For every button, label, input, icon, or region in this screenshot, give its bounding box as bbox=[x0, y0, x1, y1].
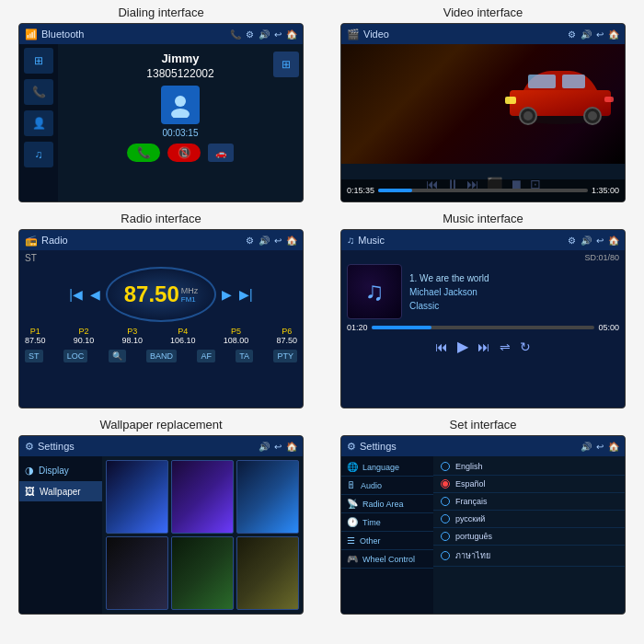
music-progress-bg[interactable] bbox=[372, 326, 595, 329]
contact-avatar bbox=[161, 86, 200, 124]
radio-russian[interactable] bbox=[441, 514, 450, 523]
set-item-time[interactable]: 🕐 Time bbox=[341, 513, 433, 532]
set-item-radio[interactable]: 📡 Radio Area bbox=[341, 495, 433, 513]
settings-wallpaper-item[interactable]: 🖼 Wallpaper bbox=[19, 481, 102, 501]
music-note-icon: ♫ bbox=[365, 277, 385, 306]
preset-2[interactable]: P2 90.10 bbox=[74, 327, 95, 345]
music-artist: Michael Jackson bbox=[409, 287, 489, 297]
home-icon-v[interactable]: 🏠 bbox=[608, 29, 619, 40]
topbar-dialing: 📶 Bluetooth 📞 ⚙ 🔊 ↩ 🏠 bbox=[19, 24, 303, 44]
radio-thai[interactable] bbox=[441, 551, 450, 560]
source-dialing: Bluetooth bbox=[41, 29, 226, 40]
back-icon-s[interactable]: ↩ bbox=[596, 442, 604, 452]
radio-icon: 📻 bbox=[25, 235, 38, 247]
volume-icon-s[interactable]: 🔊 bbox=[581, 442, 592, 452]
wallpaper-thumb-6[interactable] bbox=[236, 536, 299, 610]
radio-english[interactable] bbox=[441, 462, 450, 471]
option-english[interactable]: English bbox=[433, 458, 625, 476]
set-item-audio[interactable]: 🎚 Audio bbox=[341, 477, 433, 495]
radio-espanol[interactable] bbox=[441, 479, 450, 489]
settings-icon[interactable]: ⚙ bbox=[246, 29, 254, 40]
bluetooth-icon: 📶 bbox=[25, 29, 38, 40]
music-shuffle-btn[interactable]: ⇌ bbox=[500, 339, 511, 354]
display-icon: ◑ bbox=[25, 465, 34, 477]
radio-buttons: ST LOC 🔍 BAND AF TA PTY bbox=[25, 350, 297, 362]
radio-area-icon: 📡 bbox=[347, 499, 358, 509]
music-next-btn[interactable]: ⏭ bbox=[477, 339, 490, 354]
settings-icon-m[interactable]: ⚙ bbox=[568, 236, 576, 246]
radio-portuguese[interactable] bbox=[441, 532, 450, 541]
dial-body: ⊞ 📞 👤 ♫ Jimmy 13805122002 00:03:15 bbox=[19, 44, 303, 201]
music-play-btn[interactable]: ▶ bbox=[457, 338, 468, 355]
radio-next-far[interactable]: ▶| bbox=[237, 287, 255, 302]
volume-icon-m[interactable]: 🔊 bbox=[581, 236, 592, 246]
settings-display-item[interactable]: ◑ Display bbox=[19, 460, 102, 481]
settings-icon-r[interactable]: ⚙ bbox=[246, 236, 254, 246]
radio-btn-af[interactable]: AF bbox=[197, 350, 215, 362]
back-icon-r[interactable]: ↩ bbox=[274, 236, 282, 246]
radio-btn-ta[interactable]: TA bbox=[236, 350, 253, 362]
option-thai[interactable]: ภาษาไทย bbox=[433, 546, 625, 567]
home-icon-m[interactable]: 🏠 bbox=[608, 236, 619, 246]
wallpaper-thumb-2[interactable] bbox=[171, 460, 234, 534]
switch-btn[interactable]: 🚗 bbox=[208, 144, 234, 162]
home-icon-r[interactable]: 🏠 bbox=[286, 236, 297, 246]
volume-icon-r[interactable]: 🔊 bbox=[259, 236, 270, 246]
option-portuguese[interactable]: português bbox=[433, 528, 625, 546]
wallpaper-thumb-5[interactable] bbox=[171, 536, 234, 610]
cell-video: Video interface 🎬 Video ⚙ 🔊 ↩ 🏠 bbox=[322, 0, 644, 206]
set-item-language[interactable]: 🌐 Language bbox=[341, 458, 433, 477]
hangup-btn[interactable]: 📵 bbox=[167, 144, 201, 162]
wallpaper-thumb-4[interactable] bbox=[106, 536, 168, 610]
radio-francais[interactable] bbox=[441, 497, 450, 506]
preset-4[interactable]: P4 106.10 bbox=[170, 327, 196, 345]
preset-6[interactable]: P6 87.50 bbox=[276, 327, 297, 345]
contacts-btn[interactable]: 📞 bbox=[24, 79, 53, 105]
music-album-art: ♫ bbox=[347, 264, 402, 319]
radio-btn-st[interactable]: ST bbox=[25, 350, 43, 362]
radio-btn-search[interactable]: 🔍 bbox=[109, 350, 126, 362]
preset-1[interactable]: P1 87.50 bbox=[25, 327, 46, 345]
volume-icon[interactable]: 🔊 bbox=[259, 29, 270, 40]
option-espanol[interactable]: Español bbox=[433, 476, 625, 493]
music-btn[interactable]: ♫ bbox=[24, 142, 53, 167]
home-icon[interactable]: 🏠 bbox=[286, 29, 297, 40]
phone-icon[interactable]: 📞 bbox=[230, 29, 241, 40]
music-prev-btn[interactable]: ⏮ bbox=[435, 339, 448, 354]
dialpad-toggle[interactable]: ⊞ bbox=[273, 52, 299, 77]
phonebook-btn[interactable]: 👤 bbox=[24, 110, 53, 136]
back-icon-m[interactable]: ↩ bbox=[596, 236, 604, 246]
volume-icon-v[interactable]: 🔊 bbox=[581, 29, 592, 40]
keypad-btn[interactable]: ⊞ bbox=[24, 48, 53, 74]
cell-radio: Radio interface 📻 Radio ⚙ 🔊 ↩ 🏠 ST |◀ ◀ bbox=[0, 206, 322, 412]
settings-icon-v[interactable]: ⚙ bbox=[568, 29, 576, 40]
wallpaper-thumb-3[interactable] bbox=[236, 460, 299, 534]
wallpaper-thumb-1[interactable] bbox=[106, 460, 168, 534]
label-radio: Radio interface bbox=[121, 212, 201, 225]
answer-btn[interactable]: 📞 bbox=[127, 144, 160, 162]
volume-icon-w[interactable]: 🔊 bbox=[259, 442, 270, 452]
home-icon-s[interactable]: 🏠 bbox=[608, 442, 619, 452]
audio-icon: 🎚 bbox=[347, 480, 356, 490]
set-item-other[interactable]: ☰ Other bbox=[341, 532, 433, 550]
option-francais[interactable]: Français bbox=[433, 493, 625, 511]
back-icon[interactable]: ↩ bbox=[274, 29, 282, 40]
radio-prev-far[interactable]: |◀ bbox=[67, 287, 85, 302]
music-repeat-btn[interactable]: ↻ bbox=[520, 339, 531, 354]
option-russian[interactable]: русский bbox=[433, 511, 625, 528]
home-icon-w[interactable]: 🏠 bbox=[286, 442, 297, 452]
music-details: 1. We are the world Michael Jackson Clas… bbox=[409, 264, 489, 319]
radio-next[interactable]: ▶ bbox=[220, 287, 234, 302]
radio-prev[interactable]: ◀ bbox=[88, 287, 102, 302]
espanol-label: Español bbox=[455, 479, 486, 489]
back-icon-w[interactable]: ↩ bbox=[274, 442, 282, 452]
radio-btn-band[interactable]: BAND bbox=[146, 350, 177, 362]
video-progress-bg[interactable] bbox=[378, 189, 588, 192]
radio-btn-loc[interactable]: LOC bbox=[63, 350, 88, 362]
preset-5[interactable]: P5 108.00 bbox=[224, 327, 249, 345]
set-item-wheel[interactable]: 🎮 Wheel Control bbox=[341, 550, 433, 569]
radio-btn-pty[interactable]: PTY bbox=[273, 350, 297, 362]
topbar-video: 🎬 Video ⚙ 🔊 ↩ 🏠 bbox=[341, 24, 625, 44]
preset-3[interactable]: P3 98.10 bbox=[121, 327, 143, 345]
back-icon-v[interactable]: ↩ bbox=[596, 29, 604, 40]
